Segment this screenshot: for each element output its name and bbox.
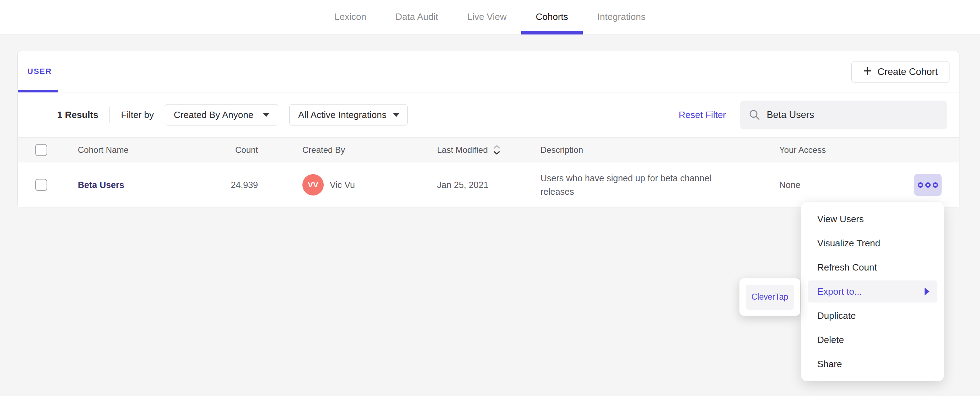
more-options-icon [925, 182, 931, 188]
cohort-context-menu: View Users Visualize Trend Refresh Count… [801, 202, 944, 381]
plus-icon: + [863, 64, 872, 78]
search-icon [749, 109, 760, 121]
submenu-item-clevertap[interactable]: CleverTap [746, 285, 794, 310]
row-actions-cell [914, 174, 959, 196]
menu-item-visualize-trend[interactable]: Visualize Trend [801, 231, 944, 255]
filter-by-label: Filter by [121, 110, 154, 120]
caret-down-icon [393, 113, 399, 117]
nav-tab-cohorts[interactable]: Cohorts [521, 0, 583, 34]
cohort-name-link[interactable]: Beta Users [78, 180, 124, 190]
row-checkbox-cell [18, 179, 60, 191]
header-your-access: Your Access [779, 145, 914, 155]
created-by-dropdown-value: Created By Anyone [174, 110, 253, 120]
create-cohort-button[interactable]: + Create Cohort [851, 61, 950, 83]
integrations-dropdown-value: All Active Integrations [298, 110, 387, 120]
row-last-modified-cell: Jan 25, 2021 [437, 180, 541, 190]
avatar: VV [302, 174, 324, 195]
select-all-checkbox[interactable] [35, 144, 47, 156]
row-name-cell: Beta Users [60, 180, 177, 190]
row-checkbox[interactable] [35, 179, 47, 191]
created-by-dropdown[interactable]: Created By Anyone [165, 104, 278, 126]
tab-user[interactable]: USER [27, 67, 52, 76]
sort-icon[interactable] [492, 144, 501, 156]
header-created-by: Created By [258, 145, 437, 155]
table-row: Beta Users 24,939 VV Vic Vu Jan 25, 2021… [18, 163, 959, 207]
menu-item-view-users[interactable]: View Users [801, 207, 944, 231]
reset-filter-link[interactable]: Reset Filter [679, 110, 726, 120]
header-last-modified-label: Last Modified [437, 145, 488, 155]
results-count: 1 Results [57, 110, 99, 120]
nav-tab-integrations[interactable]: Integrations [583, 0, 660, 34]
header-description: Description [541, 143, 779, 157]
menu-item-duplicate[interactable]: Duplicate [801, 303, 944, 328]
header-count: Count [177, 145, 258, 155]
nav-tab-live-view[interactable]: Live View [453, 0, 521, 34]
cohorts-panel: USER + Create Cohort 1 Results Filter by… [18, 51, 959, 207]
creator-name: Vic Vu [330, 180, 355, 190]
menu-item-refresh-count[interactable]: Refresh Count [801, 255, 944, 279]
filter-bar: 1 Results Filter by Created By Anyone Al… [18, 93, 959, 137]
more-options-icon [918, 182, 923, 188]
caret-down-icon [263, 113, 269, 117]
nav-tab-lexicon[interactable]: Lexicon [320, 0, 381, 34]
row-description-cell: Users who have signed up for beta channe… [541, 171, 779, 198]
tab-user-underline [18, 90, 58, 93]
export-submenu: CleverTap [740, 278, 800, 316]
search-box[interactable] [740, 101, 947, 129]
more-options-icon [933, 182, 938, 188]
submenu-arrow-icon [924, 287, 929, 295]
header-cohort-name: Cohort Name [60, 145, 177, 155]
menu-item-delete[interactable]: Delete [801, 328, 944, 352]
create-cohort-label: Create Cohort [877, 67, 938, 78]
menu-item-share[interactable]: Share [801, 352, 944, 376]
nav-tab-data-audit[interactable]: Data Audit [381, 0, 453, 34]
integrations-dropdown[interactable]: All Active Integrations [289, 104, 407, 126]
row-created-by-cell: VV Vic Vu [258, 174, 437, 195]
panel-tab-row: USER + Create Cohort [18, 51, 959, 93]
table-header-row: Cohort Name Count Created By Last Modifi… [18, 137, 959, 163]
header-checkbox-cell [18, 144, 60, 156]
row-access-cell: None [779, 180, 914, 190]
more-options-button[interactable] [914, 174, 942, 196]
row-count-cell: 24,939 [177, 180, 258, 190]
header-last-modified[interactable]: Last Modified [437, 144, 541, 156]
top-nav: Lexicon Data Audit Live View Cohorts Int… [0, 0, 980, 35]
menu-item-export-to-label: Export to... [817, 286, 862, 297]
menu-item-export-to[interactable]: Export to... [808, 281, 937, 302]
search-input[interactable] [766, 109, 939, 121]
filter-divider [110, 107, 110, 123]
